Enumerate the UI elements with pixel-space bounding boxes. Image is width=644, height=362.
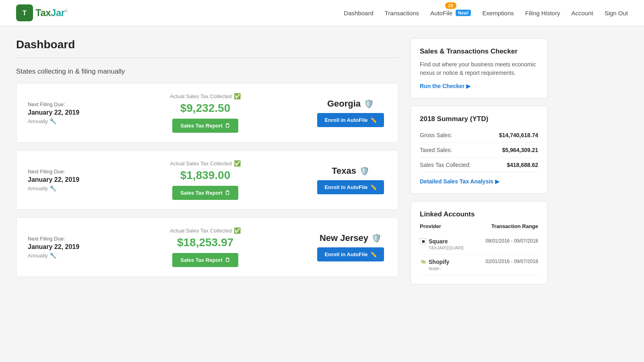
shopify-sub: taxjar- [429,266,449,271]
nav-transactions[interactable]: Transactions [385,10,419,16]
external-link-icon-georgia: ✏️ [370,117,377,123]
enroll-autofile-button-texas[interactable]: Enroll in AutoFile ✏️ [317,180,384,194]
shopify-provider: 🛍 Shopify taxjar- [420,259,449,271]
sales-tax-report-button-new-jersey[interactable]: Sales Tax Report 🗒 [172,253,238,267]
tax-label-texas: Actual Sales Tax Collected ✅ [104,160,306,167]
filing-freq-texas: Annually 🔧 [28,185,96,191]
logo-icon: T [16,4,33,21]
filing-date-new-jersey: January 22, 2019 [28,243,96,251]
state-name-new-jersey: New Jersey 🛡️ [314,233,387,243]
filing-freq-georgia: Annually 🔧 [28,118,96,124]
shopify-icon: 🛍 [420,259,426,265]
logo: T TaxJar® [16,4,68,21]
square-provider: ◼ Square TAXJARSQUARE [420,238,464,250]
detailed-analysis-link[interactable]: Detailed Sales Tax Analysis ▶ [420,178,500,185]
tax-label-new-jersey: Actual Sales Tax Collected ✅ [104,227,306,234]
shopify-provider-name: 🛍 Shopify [420,259,449,265]
state-info-new-jersey: New Jersey 🛡️ Enroll in AutoFile ✏️ [314,233,387,261]
tax-label-georgia: Actual Sales Tax Collected ✅ [104,93,306,99]
autofile-notification-badge: 29 [445,2,456,9]
filing-label-georgia: Next Filing Due: [28,101,96,107]
check-icon-texas: ✅ [234,160,241,167]
tax-collected-value: $418,688.62 [507,162,538,168]
main-layout: Dashboard States collecting in & filing … [0,26,564,304]
check-icon-new-jersey: ✅ [234,227,241,234]
new-badge: New! [456,10,471,16]
external-link-icon-texas: ✏️ [370,184,377,190]
enroll-autofile-button-new-jersey[interactable]: Enroll in AutoFile ✏️ [317,247,384,261]
square-provider-name: ◼ Square [420,238,464,245]
main-nav: Dashboard Transactions 29 AutoFile New! … [344,10,628,16]
nav-sign-out[interactable]: Sign Out [605,10,628,16]
filing-info-texas: Next Filing Due: January 22, 2019 Annual… [28,169,96,191]
report-icon-new-jersey: 🗒 [225,257,230,263]
filing-label-texas: Next Filing Due: [28,169,96,175]
linked-account-shopify: 🛍 Shopify taxjar- 02/01/2016 - 09/07/201… [420,255,538,275]
nav-filing-history[interactable]: Filing History [525,10,560,16]
gross-sales-value: $14,740,618.74 [499,132,538,138]
main-content: Dashboard States collecting in & filing … [16,38,398,292]
shield-icon-new-jersey: 🛡️ [372,233,382,243]
enroll-autofile-button-georgia[interactable]: Enroll in AutoFile ✏️ [317,113,384,127]
nav-exemptions[interactable]: Exemptions [482,10,514,16]
sales-tax-report-button-georgia[interactable]: Sales Tax Report 🗒 [172,119,238,133]
header: T TaxJar® Dashboard Transactions 29 Auto… [0,0,644,26]
check-icon-georgia: ✅ [234,93,241,99]
summary-panel-title: 2018 Summary (YTD) [420,115,538,123]
nav-dashboard[interactable]: Dashboard [344,10,373,16]
svg-text:T: T [23,10,27,16]
gross-sales-label: Gross Sales: [420,132,452,138]
section-title: States collecting in & filing manually [16,68,398,76]
tax-info-texas: Actual Sales Tax Collected ✅ $1,839.00 S… [104,160,306,200]
checker-panel-desc: Find out where your business meets econo… [420,60,538,77]
shopify-range: 02/01/2016 - 09/07/2018 [485,259,538,264]
state-name-georgia: Georgia 🛡️ [314,99,387,109]
state-info-georgia: Georgia 🛡️ Enroll in AutoFile ✏️ [314,99,387,127]
nav-autofile-wrap: 29 AutoFile New! [430,10,471,16]
wrench-icon-new-jersey[interactable]: 🔧 [50,252,56,259]
tax-amount-new-jersey: $18,253.97 [104,236,306,249]
square-icon: ◼ [420,238,426,245]
square-sub: TAXJARSQUARE [429,245,464,250]
taxed-sales-value: $5,964,309.21 [502,147,538,153]
tax-amount-georgia: $9,232.50 [104,102,306,115]
filing-info-georgia: Next Filing Due: January 22, 2019 Annual… [28,101,96,124]
filing-date-texas: January 22, 2019 [28,176,96,183]
external-link-icon-new-jersey: ✏️ [370,251,377,257]
taxed-sales-label: Taxed Sales: [420,147,452,153]
summary-row-taxed-sales: Taxed Sales: $5,964,309.21 [420,143,538,158]
filing-date-georgia: January 22, 2019 [28,109,96,116]
checker-panel: Sales & Transactions Checker Find out wh… [411,38,547,99]
range-col-header: Transaction Range [491,223,538,229]
state-info-texas: Texas 🛡️ Enroll in AutoFile ✏️ [314,166,387,194]
linked-account-square: ◼ Square TAXJARSQUARE 08/01/2016 - 09/07… [420,234,538,255]
logo-text: TaxJar® [35,7,68,19]
state-name-texas: Texas 🛡️ [314,166,387,176]
tax-info-georgia: Actual Sales Tax Collected ✅ $9,232.50 S… [104,93,306,133]
filing-label-new-jersey: Next Filing Due: [28,236,96,242]
filing-info-new-jersey: Next Filing Due: January 22, 2019 Annual… [28,236,96,259]
wrench-icon-texas[interactable]: 🔧 [50,185,56,191]
report-icon-georgia: 🗒 [225,123,230,129]
filing-freq-new-jersey: Annually 🔧 [28,252,96,259]
summary-panel: 2018 Summary (YTD) Gross Sales: $14,740,… [411,106,547,194]
tax-collected-label: Sales Tax Collected: [420,162,471,168]
run-checker-link[interactable]: Run the Checker ▶ [420,83,471,89]
linked-accounts-panel: Linked Accounts Provider Transaction Ran… [411,201,547,284]
wrench-icon-georgia[interactable]: 🔧 [50,118,56,124]
linked-accounts-header: Provider Transaction Range [420,223,538,229]
provider-col-header: Provider [420,223,441,229]
shield-icon-georgia: 🛡️ [364,99,374,109]
summary-row-gross-sales: Gross Sales: $14,740,618.74 [420,128,538,143]
state-card-georgia: Next Filing Due: January 22, 2019 Annual… [16,83,398,143]
nav-autofile[interactable]: AutoFile New! [430,10,471,16]
title-divider [16,58,398,58]
sidebar: Sales & Transactions Checker Find out wh… [411,38,547,292]
sales-tax-report-button-texas[interactable]: Sales Tax Report 🗒 [172,186,238,200]
state-card-texas: Next Filing Due: January 22, 2019 Annual… [16,150,398,210]
tax-amount-texas: $1,839.00 [104,169,306,182]
shield-icon-texas: 🛡️ [359,166,369,176]
page-title: Dashboard [16,38,398,51]
nav-account[interactable]: Account [571,10,593,16]
linked-accounts-title: Linked Accounts [420,210,538,218]
